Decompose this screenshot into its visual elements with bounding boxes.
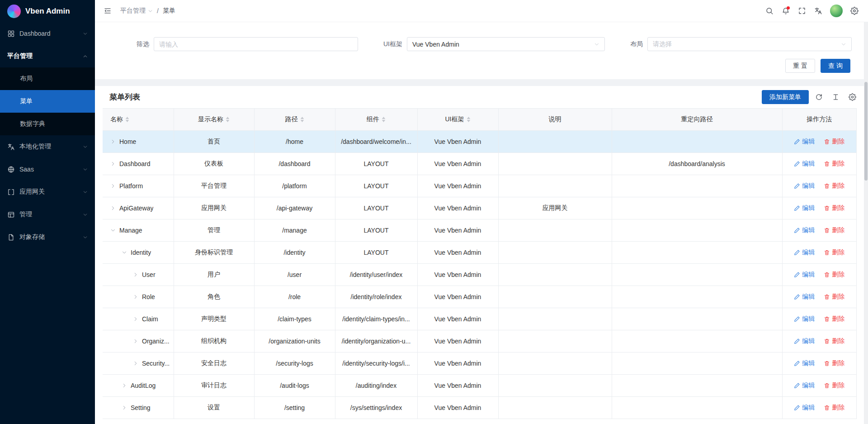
- sidebar-item-saas[interactable]: Saas: [0, 158, 95, 181]
- app-logo[interactable]: Vben Admin: [0, 0, 95, 22]
- edit-button[interactable]: 编辑: [794, 293, 815, 301]
- sidebar-item-dictionary[interactable]: 数据字典: [0, 113, 95, 135]
- delete-button[interactable]: 删除: [824, 337, 844, 345]
- sort-buttons[interactable]: [300, 117, 304, 122]
- sidebar-collapse-button[interactable]: [100, 4, 115, 18]
- delete-button[interactable]: 删除: [824, 271, 844, 279]
- settings-button[interactable]: [847, 4, 862, 18]
- vertical-scrollbar[interactable]: [864, 22, 868, 424]
- refresh-button[interactable]: [812, 91, 826, 104]
- search-button[interactable]: [762, 4, 777, 18]
- sort-buttons[interactable]: [467, 117, 471, 122]
- sidebar-item-dashboard[interactable]: Dashboard: [0, 22, 95, 45]
- sidebar-item-storage[interactable]: 对象存储: [0, 226, 95, 248]
- table-row[interactable]: Manage 管理 /manage LAYOUT Vue Vben Admin …: [103, 219, 857, 242]
- column-header[interactable]: 名称: [103, 109, 174, 131]
- expand-row-icon[interactable]: [133, 361, 138, 366]
- edit-button[interactable]: 编辑: [794, 204, 815, 212]
- table-row[interactable]: User 用户 /user /identity/user/index Vue V…: [103, 264, 857, 286]
- user-avatar[interactable]: [830, 5, 843, 17]
- expand-row-icon[interactable]: [133, 338, 138, 344]
- delete-button[interactable]: 删除: [824, 359, 844, 367]
- sort-buttons[interactable]: [226, 117, 230, 122]
- query-button[interactable]: 查 询: [821, 59, 850, 73]
- storage-icon: [7, 233, 15, 241]
- expand-row-icon[interactable]: [122, 383, 127, 388]
- edit-button[interactable]: 编辑: [794, 271, 815, 279]
- delete-button[interactable]: 删除: [824, 248, 844, 257]
- edit-button[interactable]: 编辑: [794, 138, 815, 146]
- column-header[interactable]: 重定向路径: [612, 109, 782, 131]
- column-settings-button[interactable]: [846, 91, 859, 104]
- edit-button[interactable]: 编辑: [794, 359, 815, 367]
- breadcrumb-parent[interactable]: 平台管理: [120, 7, 153, 15]
- table-row[interactable]: Role 角色 /role /identity/role/index Vue V…: [103, 286, 857, 308]
- row-height-button[interactable]: [829, 91, 842, 104]
- sidebar-item-manage[interactable]: 管理: [0, 203, 95, 226]
- table-row[interactable]: Dashboard 仪表板 /dashboard LAYOUT Vue Vben…: [103, 153, 857, 175]
- delete-button[interactable]: 删除: [824, 315, 844, 323]
- edit-button[interactable]: 编辑: [794, 381, 815, 390]
- delete-button[interactable]: 删除: [824, 293, 844, 301]
- edit-button[interactable]: 编辑: [794, 226, 815, 234]
- sidebar-item-label: 菜单: [20, 97, 88, 105]
- topbar-right: [762, 4, 862, 18]
- table-row[interactable]: Security... 安全日志 /security-logs /identit…: [103, 353, 857, 375]
- ui-framework-select[interactable]: Vue Vben Admin: [407, 37, 605, 51]
- edit-button[interactable]: 编辑: [794, 315, 815, 323]
- expand-row-icon[interactable]: [110, 161, 116, 167]
- sidebar-item-platform[interactable]: 平台管理: [0, 45, 95, 67]
- sidebar-item-localization[interactable]: 本地化管理: [0, 135, 95, 158]
- sidebar-item-layout[interactable]: 布局: [0, 67, 95, 90]
- expand-row-icon[interactable]: [133, 316, 138, 322]
- edit-button[interactable]: 编辑: [794, 337, 815, 345]
- table-row[interactable]: Home 首页 /home /dashboard/welcome/in... V…: [103, 131, 857, 153]
- table-row[interactable]: Platform 平台管理 /platform LAYOUT Vue Vben …: [103, 175, 857, 197]
- delete-button[interactable]: 删除: [824, 160, 844, 168]
- delete-button[interactable]: 删除: [824, 182, 844, 190]
- column-header[interactable]: 路径: [254, 109, 335, 131]
- language-button[interactable]: [811, 4, 826, 18]
- table-row[interactable]: Claim 声明类型 /claim-types /identity/claim-…: [103, 308, 857, 330]
- delete-button[interactable]: 删除: [824, 381, 844, 390]
- delete-button[interactable]: 删除: [824, 404, 844, 412]
- table-row[interactable]: ApiGateway 应用网关 /api-gateway LAYOUT Vue …: [103, 197, 857, 219]
- edit-button[interactable]: 编辑: [794, 182, 815, 190]
- delete-button[interactable]: 删除: [824, 204, 844, 212]
- sidebar-item-menu[interactable]: 菜单: [0, 90, 95, 113]
- delete-button[interactable]: 删除: [824, 226, 844, 234]
- expand-row-icon[interactable]: [122, 250, 127, 255]
- reset-button[interactable]: 重 置: [785, 59, 815, 73]
- expand-row-icon[interactable]: [110, 228, 116, 233]
- table-row[interactable]: Identity 身份标识管理 /identity LAYOUT Vue Vbe…: [103, 242, 857, 264]
- expand-row-icon[interactable]: [122, 405, 127, 410]
- sort-buttons[interactable]: [125, 117, 129, 122]
- column-header[interactable]: 说明: [498, 109, 612, 131]
- edit-button[interactable]: 编辑: [794, 404, 815, 412]
- scrollbar-thumb[interactable]: [864, 82, 868, 181]
- layout-select[interactable]: 请选择: [647, 37, 852, 51]
- sidebar-item-gateway[interactable]: 应用网关: [0, 181, 95, 203]
- expand-row-icon[interactable]: [133, 294, 138, 300]
- table-row[interactable]: AuditLog 审计日志 /audit-logs /auditing/inde…: [103, 375, 857, 397]
- column-header[interactable]: 操作方法: [782, 109, 857, 131]
- add-menu-button[interactable]: 添加新菜单: [762, 90, 809, 104]
- expand-row-icon[interactable]: [110, 183, 116, 189]
- edit-button[interactable]: 编辑: [794, 160, 815, 168]
- table-row[interactable]: Organiz... 组织机构 /organization-units /ide…: [103, 330, 857, 353]
- column-header[interactable]: UI框架: [417, 109, 498, 131]
- table-row[interactable]: Setting 设置 /setting /sys/settings/index …: [103, 397, 857, 419]
- fullscreen-button[interactable]: [795, 4, 809, 18]
- expand-row-icon[interactable]: [133, 272, 138, 277]
- delete-button[interactable]: 删除: [824, 138, 844, 146]
- expand-row-icon[interactable]: [110, 205, 116, 211]
- framework-cell: Vue Vben Admin: [417, 353, 498, 375]
- notifications-button[interactable]: [778, 4, 793, 18]
- sort-buttons[interactable]: [382, 117, 386, 122]
- column-header[interactable]: 组件: [335, 109, 417, 131]
- column-header[interactable]: 显示名称: [174, 109, 254, 131]
- filter-input[interactable]: [154, 37, 358, 51]
- sort-ascending-icon: [382, 117, 386, 119]
- edit-button[interactable]: 编辑: [794, 248, 815, 257]
- expand-row-icon[interactable]: [110, 139, 116, 144]
